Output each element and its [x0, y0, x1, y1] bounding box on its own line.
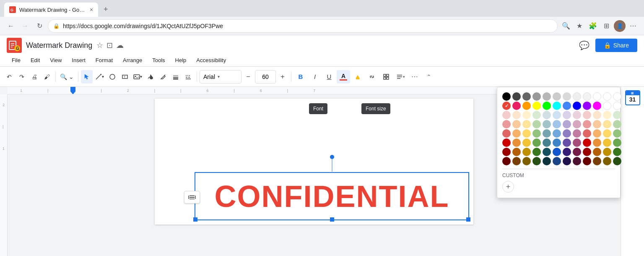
color-swatch[interactable] [563, 120, 571, 128]
color-swatch[interactable] [522, 92, 531, 101]
color-swatch[interactable] [573, 102, 581, 110]
color-swatch[interactable] [603, 92, 611, 101]
align-float-button[interactable] [184, 191, 200, 204]
handle-bottom-center[interactable] [330, 217, 334, 222]
color-swatch[interactable] [593, 138, 601, 147]
star-icon[interactable]: ☆ [96, 41, 103, 50]
zoom-button[interactable]: 🔍 [560, 20, 572, 32]
color-swatch[interactable] [502, 111, 511, 119]
menu-edit[interactable]: Edit [26, 55, 45, 65]
select-tool[interactable] [81, 70, 93, 84]
color-swatch[interactable] [502, 148, 511, 156]
color-swatch[interactable] [613, 129, 621, 138]
color-swatch[interactable]: ✓ [502, 102, 511, 110]
color-swatch[interactable] [543, 138, 551, 147]
address-bar[interactable]: 🔒 https://docs.google.com/drawings/d/1JK… [48, 19, 558, 33]
settings-button[interactable]: ⋯ [627, 20, 639, 32]
undo-button[interactable]: ↶ [3, 70, 15, 84]
profile-avatar[interactable]: 👤 [614, 20, 626, 32]
color-swatch[interactable] [532, 157, 541, 165]
color-swatch[interactable] [543, 129, 551, 138]
color-swatch[interactable] [573, 120, 581, 128]
back-button[interactable]: ← [5, 20, 17, 32]
line-weight-tool[interactable] [170, 70, 182, 84]
color-swatch[interactable] [522, 120, 531, 128]
bold-button[interactable]: B [294, 70, 307, 84]
text-color-button[interactable]: A [337, 70, 350, 84]
zoom-select[interactable]: 🔍 ⌄ [58, 70, 75, 84]
color-swatch[interactable] [583, 129, 591, 138]
line-dash-tool[interactable] [182, 70, 194, 84]
text-box-tool[interactable]: T [119, 70, 131, 84]
color-swatch[interactable] [512, 157, 521, 165]
color-swatch[interactable] [502, 138, 511, 147]
share-button[interactable]: 🔒 Share [595, 39, 637, 52]
color-swatch[interactable] [543, 102, 551, 110]
color-swatch[interactable] [603, 157, 611, 165]
color-swatch[interactable] [563, 129, 571, 138]
menu-arrange[interactable]: Arrange [118, 55, 147, 65]
color-swatch[interactable] [573, 111, 581, 119]
color-swatch[interactable] [532, 111, 541, 119]
insert-button[interactable] [379, 70, 393, 84]
color-swatch[interactable] [563, 92, 571, 101]
color-swatch[interactable] [512, 138, 521, 147]
color-swatch[interactable] [553, 111, 561, 119]
color-swatch[interactable] [543, 148, 551, 156]
line-tool[interactable]: ▾ [93, 70, 106, 84]
add-custom-color-button[interactable]: + [502, 181, 514, 193]
extensions-button[interactable]: 🧩 [587, 20, 599, 32]
color-swatch[interactable] [603, 102, 611, 110]
color-swatch[interactable] [502, 129, 511, 138]
browser-tab[interactable]: G Watermark Drawing - Google Dr × [4, 3, 98, 17]
color-swatch[interactable] [522, 129, 531, 138]
color-swatch[interactable] [512, 148, 521, 156]
color-swatch[interactable] [563, 138, 571, 147]
color-swatch[interactable] [593, 129, 601, 138]
color-swatch[interactable] [573, 138, 581, 147]
font-selector[interactable]: Arial ▾ [200, 70, 242, 84]
handle-bottom-right[interactable] [466, 217, 470, 222]
menu-file[interactable]: File [7, 55, 26, 65]
pen-tool[interactable] [157, 70, 169, 84]
color-swatch[interactable] [553, 120, 561, 128]
font-size-increase[interactable]: + [277, 70, 288, 84]
color-swatch[interactable] [543, 111, 551, 119]
favorites-button[interactable]: ★ [574, 20, 585, 32]
link-button[interactable] [365, 70, 379, 84]
image-tool[interactable]: ▾ [132, 70, 144, 84]
color-swatch[interactable] [573, 148, 581, 156]
menu-accessibility[interactable]: Accessibility [191, 55, 231, 65]
menu-view[interactable]: View [45, 55, 67, 65]
color-swatch[interactable] [583, 102, 591, 110]
fill-color-tool[interactable] [145, 70, 156, 84]
redo-button[interactable]: ↷ [16, 70, 28, 84]
color-swatch[interactable] [593, 111, 601, 119]
color-swatch[interactable] [522, 111, 531, 119]
color-swatch[interactable] [512, 129, 521, 138]
color-swatch[interactable] [593, 102, 601, 110]
color-swatch[interactable] [573, 129, 581, 138]
color-swatch[interactable] [543, 120, 551, 128]
color-swatch[interactable] [613, 111, 621, 119]
color-swatch[interactable] [532, 102, 541, 110]
tab-close-button[interactable]: × [90, 6, 93, 13]
color-swatch[interactable] [532, 120, 541, 128]
menu-insert[interactable]: Insert [67, 55, 91, 65]
color-swatch[interactable] [502, 120, 511, 128]
menu-tools[interactable]: Tools [147, 55, 170, 65]
color-swatch[interactable] [583, 148, 591, 156]
color-swatch[interactable] [532, 138, 541, 147]
color-swatch[interactable] [593, 148, 601, 156]
color-swatch[interactable] [553, 157, 561, 165]
color-swatch[interactable] [613, 148, 621, 156]
color-swatch[interactable] [553, 92, 561, 101]
comment-button[interactable]: 💬 [577, 38, 592, 53]
color-swatch[interactable] [573, 157, 581, 165]
font-size-decrease[interactable]: − [242, 70, 254, 84]
color-swatch[interactable] [502, 92, 511, 101]
color-swatch[interactable] [543, 92, 551, 101]
color-swatch[interactable] [532, 148, 541, 156]
color-swatch[interactable] [583, 157, 591, 165]
color-swatch[interactable] [593, 92, 601, 101]
